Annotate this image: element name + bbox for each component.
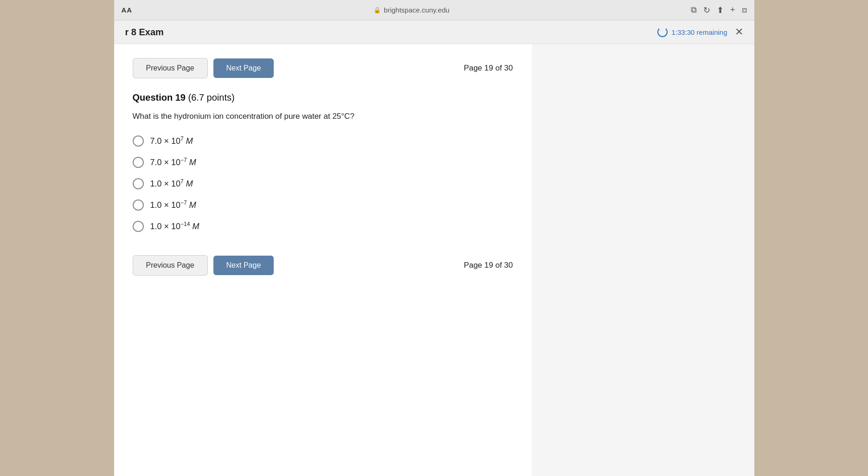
close-button[interactable]: ✕ xyxy=(735,26,743,38)
nav-buttons-top: Previous Page Next Page Page 19 of 30 xyxy=(133,58,513,78)
radio-button-2[interactable] xyxy=(133,157,144,168)
radio-button-3[interactable] xyxy=(133,178,144,189)
browser-url[interactable]: brightspace.cuny.edu xyxy=(384,6,449,14)
page-indicator-top: Page 19 of 30 xyxy=(464,64,513,73)
nav-buttons-bottom: Previous Page Next Page Page 19 of 30 xyxy=(133,255,513,276)
option-1[interactable]: 7.0 × 107 M xyxy=(133,135,513,147)
option-2-text: 7.0 × 10−7 M xyxy=(150,157,196,167)
share-icon[interactable]: ⬆ xyxy=(717,5,724,15)
option-3-text: 1.0 × 107 M xyxy=(150,178,193,189)
browser-window: AA 🔒 brightspace.cuny.edu ⧉ ↻ ⬆ + ⧈ r 8 … xyxy=(114,0,754,476)
tabs-icon[interactable]: ⧈ xyxy=(742,5,747,15)
timer-area: 1:33:30 remaining ✕ xyxy=(657,26,743,38)
exam-header: r 8 Exam 1:33:30 remaining ✕ xyxy=(114,20,754,44)
previous-page-button-bottom[interactable]: Previous Page xyxy=(133,255,208,276)
option-5[interactable]: 1.0 × 10−14 M xyxy=(133,221,513,232)
browser-url-bar: 🔒 brightspace.cuny.edu xyxy=(141,6,682,14)
radio-button-4[interactable] xyxy=(133,199,144,211)
next-page-button-top[interactable]: Next Page xyxy=(213,58,274,78)
timer-display: 1:33:30 remaining xyxy=(657,27,727,37)
page-indicator-bottom: Page 19 of 30 xyxy=(464,261,513,270)
question-text: What is the hydronium ion concentration … xyxy=(133,110,513,122)
next-page-button-bottom[interactable]: Next Page xyxy=(213,256,274,275)
refresh-icon[interactable]: ↻ xyxy=(703,5,710,15)
main-content: Previous Page Next Page Page 19 of 30 Qu… xyxy=(114,44,532,476)
timer-text: 1:33:30 remaining xyxy=(671,28,727,36)
question-points: (6.7 points) xyxy=(188,92,235,103)
lock-icon: 🔒 xyxy=(373,6,381,13)
question-number: Question 19 xyxy=(133,92,186,103)
option-4[interactable]: 1.0 × 10−7 M xyxy=(133,199,513,211)
tab-icon[interactable]: ⧉ xyxy=(691,5,697,15)
option-4-text: 1.0 × 10−7 M xyxy=(150,199,196,210)
option-3[interactable]: 1.0 × 107 M xyxy=(133,178,513,189)
question-header: Question 19 (6.7 points) xyxy=(133,92,513,103)
add-tab-icon[interactable]: + xyxy=(730,5,735,15)
option-2[interactable]: 7.0 × 10−7 M xyxy=(133,157,513,168)
radio-button-5[interactable] xyxy=(133,221,144,232)
radio-button-1[interactable] xyxy=(133,135,144,147)
answer-options: 7.0 × 107 M 7.0 × 10−7 M 1.0 × 107 M 1.0… xyxy=(133,135,513,232)
browser-actions: ⧉ ↻ ⬆ + ⧈ xyxy=(691,5,747,15)
browser-aa-label: AA xyxy=(122,6,133,14)
browser-top-bar: AA 🔒 brightspace.cuny.edu ⧉ ↻ ⬆ + ⧈ xyxy=(114,0,754,20)
timer-circle-icon xyxy=(657,27,668,37)
option-5-text: 1.0 × 10−14 M xyxy=(150,221,199,232)
option-1-text: 7.0 × 107 M xyxy=(150,135,193,146)
exam-title: r 8 Exam xyxy=(125,27,164,38)
previous-page-button-top[interactable]: Previous Page xyxy=(133,58,208,78)
